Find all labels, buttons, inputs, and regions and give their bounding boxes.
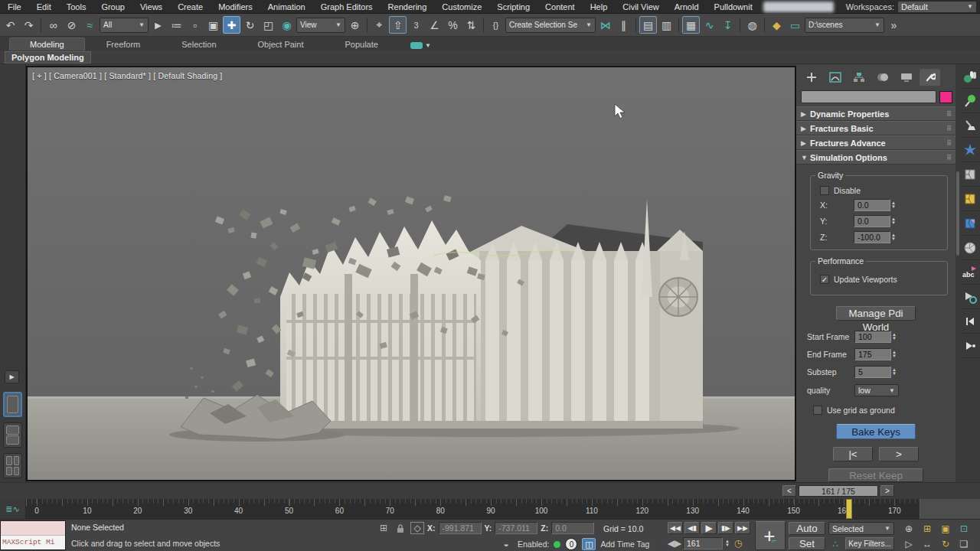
utilities-tab-icon[interactable]: [920, 69, 940, 86]
schematic-view-icon[interactable]: ↧: [719, 16, 737, 34]
modify-tab-icon[interactable]: [825, 69, 845, 86]
align-icon[interactable]: ∥: [615, 16, 632, 34]
use-pivot-center-icon[interactable]: ⊕: [346, 16, 364, 34]
rollout-header[interactable]: ▶ Fractures Basic ⠿: [796, 121, 956, 135]
next-frame-button[interactable]: ▮▶: [718, 522, 733, 534]
menu-item[interactable]: Customize: [434, 0, 489, 14]
selection-region-icon[interactable]: ⊞: [377, 522, 390, 534]
menu-item[interactable]: Content: [537, 0, 583, 14]
layout-tab-quad[interactable]: [3, 453, 22, 478]
scrollbar-thumb[interactable]: [956, 171, 959, 256]
spinner-arrows[interactable]: ▲▼: [891, 233, 896, 241]
material-editor-icon[interactable]: ◍: [743, 16, 761, 34]
isolate-cube-icon[interactable]: ◫: [582, 538, 596, 550]
prev-frame-button[interactable]: <: [782, 485, 796, 497]
prev-frame-button[interactable]: ◀▮: [684, 522, 700, 534]
key-filters-button[interactable]: Key Filters...: [845, 537, 894, 550]
selection-filter-dropdown[interactable]: All ▼: [100, 18, 149, 33]
spinner-arrows[interactable]: ▲▼: [891, 201, 896, 209]
menu-item[interactable]: Animation: [260, 0, 313, 14]
menu-item[interactable]: Tools: [59, 0, 94, 14]
menu-item[interactable]: Civil View: [615, 0, 666, 14]
ribbon-tab[interactable]: Modeling: [9, 37, 85, 51]
select-by-name-icon[interactable]: ≔: [168, 16, 185, 34]
select-object-icon[interactable]: ►: [149, 16, 167, 34]
toggle-ribbon-icon[interactable]: ▦: [682, 16, 700, 34]
play-button[interactable]: ▶: [701, 522, 717, 534]
communicator-icon[interactable]: ◒: [499, 538, 513, 550]
spinner-snap-icon[interactable]: ⇅: [462, 16, 480, 34]
goto-start-button[interactable]: |<: [833, 447, 873, 461]
key-mode-dropdown[interactable]: Selected ▼: [828, 522, 894, 535]
menu-item[interactable]: Create: [170, 0, 211, 14]
maxscript-input-row[interactable]: MAXScript Mi: [1, 536, 65, 549]
shatter-splat-icon[interactable]: [961, 138, 979, 162]
named-selection-dropdown[interactable]: Create Selection Se ▼: [505, 18, 596, 33]
menu-item[interactable]: Graph Editors: [313, 0, 381, 14]
goto-start-icon[interactable]: [961, 309, 979, 334]
fracture-cube-yellow-icon[interactable]: [961, 187, 979, 211]
angle-snap-icon[interactable]: ∠: [426, 16, 443, 34]
bind-to-spacewarp-icon[interactable]: ≈: [81, 16, 99, 34]
utility-name-field[interactable]: [801, 90, 936, 103]
playhead[interactable]: [846, 499, 852, 519]
dynamics-bowling-icon[interactable]: [961, 64, 979, 89]
zoom-extents-icon[interactable]: ▣: [937, 522, 954, 535]
layout-tab-two-horizontal[interactable]: [3, 422, 22, 448]
toggle-layer-explorer-icon[interactable]: ▥: [658, 16, 675, 34]
ribbon-collapse-control[interactable]: ▼: [410, 42, 431, 51]
hierarchy-tab-icon[interactable]: [848, 69, 869, 86]
menu-item[interactable]: Help: [583, 0, 616, 14]
rollout-header[interactable]: ▶ Fractures Advance ⠿: [796, 135, 956, 150]
undo-icon[interactable]: ↶: [2, 16, 19, 34]
zoom-all-icon[interactable]: ⊞: [919, 522, 936, 535]
create-tab-icon[interactable]: [801, 69, 822, 86]
bake-keys-button[interactable]: Bake Keys: [836, 424, 916, 439]
x-coord-field[interactable]: -991.871: [439, 522, 482, 534]
zero-button[interactable]: 0: [565, 538, 577, 550]
menu-item[interactable]: Modifiers: [211, 0, 260, 14]
update-viewports-checkbox[interactable]: ✓: [820, 275, 829, 284]
named-selection-sets-icon[interactable]: {}: [487, 16, 505, 34]
mini-curve-editor-icon[interactable]: ≣∿: [0, 499, 26, 519]
unlink-selection-icon[interactable]: ⊘: [63, 16, 80, 34]
select-and-scale-icon[interactable]: ◰: [260, 16, 277, 34]
end-frame-field[interactable]: 175: [854, 348, 891, 360]
curve-editor-icon[interactable]: ∿: [701, 16, 718, 34]
select-and-rotate-icon[interactable]: ↻: [241, 16, 259, 34]
rectangular-selection-region-icon[interactable]: ▫: [186, 16, 204, 34]
orbit-icon[interactable]: ↻: [937, 537, 954, 550]
add-time-tag-label[interactable]: Add Time Tag: [600, 540, 649, 549]
step-forward-button[interactable]: >: [879, 447, 919, 461]
gravity-z-field[interactable]: -100.0: [854, 231, 890, 243]
pan-icon[interactable]: ↔: [919, 537, 936, 550]
window-crossing-icon[interactable]: ▣: [204, 16, 222, 34]
set-keys-button[interactable]: + ⌐: [755, 521, 786, 550]
ribbon-tab[interactable]: Object Paint: [238, 38, 324, 51]
redo-icon[interactable]: ↷: [20, 16, 38, 34]
paw-filter-icon[interactable]: ∴: [828, 538, 842, 550]
abc-rename-icon[interactable]: abc: [961, 260, 979, 285]
rendered-frame-window-icon[interactable]: ▭: [786, 16, 804, 34]
maxscript-output-row[interactable]: [1, 521, 65, 536]
pin-icon[interactable]: [961, 89, 979, 113]
select-and-link-icon[interactable]: ∞: [44, 16, 62, 34]
snap-toggle-3d-icon[interactable]: 3: [407, 16, 425, 34]
motion-tab-icon[interactable]: [872, 69, 893, 86]
set-key-button[interactable]: Set Key: [789, 537, 825, 550]
rollout-header-simulation-options[interactable]: ▼ Simulation Options ⠿: [796, 150, 956, 165]
reference-coordinate-dropdown[interactable]: View ▼: [296, 18, 345, 33]
rollout-header[interactable]: ▶ Dynamic Properties ⠿: [796, 106, 956, 121]
gravity-y-field[interactable]: 0.0: [854, 215, 890, 227]
spinner-arrows[interactable]: ▲▼: [725, 540, 730, 547]
field-of-view-icon[interactable]: ▷: [900, 537, 917, 550]
menu-item[interactable]: Arnold: [667, 0, 707, 14]
current-frame-field[interactable]: 161: [683, 537, 723, 549]
y-coord-field[interactable]: -737.011: [495, 522, 537, 534]
menu-item[interactable]: File: [0, 0, 29, 14]
project-folder-dropdown[interactable]: D:\scenes ▼: [805, 18, 884, 33]
viewport-label[interactable]: [ + ] [ Camera001 ] [ Standard* ] [ Defa…: [32, 71, 222, 80]
keyboard-shortcut-override-icon[interactable]: ⇧: [389, 16, 407, 34]
next-frame-button[interactable]: >: [880, 485, 894, 497]
sweeper-icon[interactable]: [961, 113, 979, 138]
